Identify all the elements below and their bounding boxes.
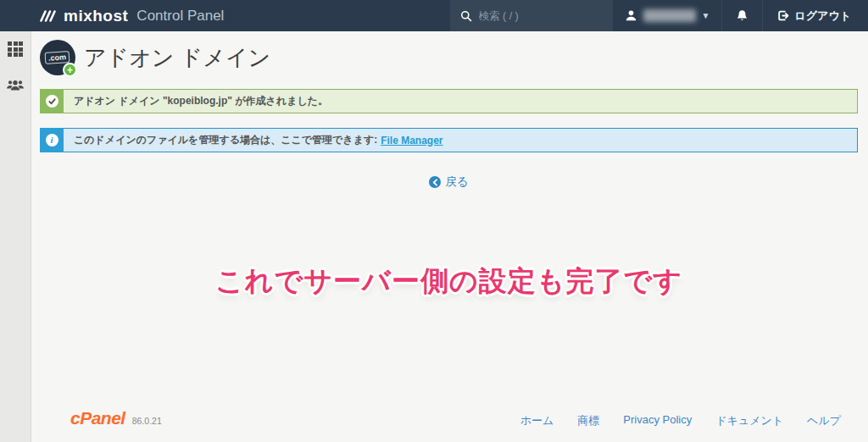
topbar-actions: ▼ ログアウト <box>450 0 868 31</box>
footer-link-help[interactable]: ヘルプ <box>807 413 841 428</box>
cpanel-logo[interactable]: cPanel <box>70 408 125 428</box>
search-icon <box>460 10 472 22</box>
success-alert: アドオン ドメイン "kopeiblog.jp" が作成されました。 <box>40 89 858 113</box>
sidebar-item-tools[interactable] <box>8 41 23 57</box>
chevron-down-icon: ▼ <box>702 11 710 20</box>
mixhost-logo-icon <box>37 8 58 25</box>
info-circle-icon: i <box>46 134 58 146</box>
user-icon <box>625 9 637 22</box>
back-row: 戻る <box>40 174 858 190</box>
cpanel-version: 86.0.21 <box>132 416 162 426</box>
grid-icon <box>8 41 23 57</box>
logout-label: ログアウト <box>794 8 851 24</box>
search-box[interactable] <box>450 0 613 31</box>
footer-link-trademark[interactable]: 商標 <box>577 413 599 428</box>
info-alert: i このドメインのファイルを管理する場合は、ここで管理できます: File Ma… <box>40 128 858 152</box>
caption-row: これでサーバー側の設定も完了です <box>40 262 858 301</box>
file-manager-link[interactable]: File Manager <box>381 135 442 146</box>
check-circle-icon <box>46 95 58 108</box>
footer-links: ホーム 商標 Privacy Policy ドキュメント ヘルプ <box>520 413 851 428</box>
sidebar-item-user-manager[interactable] <box>6 79 25 91</box>
user-menu[interactable]: ▼ <box>613 0 722 31</box>
topbar: mixhost Control Panel ▼ <box>0 0 868 31</box>
info-message: このドメインのファイルを管理する場合は、ここで管理できます: File Mana… <box>64 128 858 152</box>
info-message-text: このドメインのファイルを管理する場合は、ここで管理できます: <box>74 133 377 147</box>
footer-branding: cPanel 86.0.21 <box>70 408 162 428</box>
addon-domain-icon: .com + <box>40 40 75 75</box>
success-message-text: アドオン ドメイン "kopeiblog.jp" が作成されました。 <box>74 94 328 108</box>
success-message: アドオン ドメイン "kopeiblog.jp" が作成されました。 <box>64 89 858 113</box>
search-input[interactable] <box>479 10 589 22</box>
back-arrow-icon <box>429 176 441 188</box>
logout-button[interactable]: ログアウト <box>762 0 868 31</box>
footer-link-documentation[interactable]: ドキュメント <box>715 413 783 428</box>
sidebar <box>0 31 31 442</box>
users-icon <box>6 80 25 94</box>
back-link[interactable]: 戻る <box>429 174 468 190</box>
logout-icon <box>776 9 789 22</box>
username-redacted <box>643 9 696 22</box>
brand-logo[interactable]: mixhost Control Panel <box>0 7 224 25</box>
plus-badge-icon: + <box>63 63 77 77</box>
footer: cPanel 86.0.21 ホーム 商標 Privacy Policy ドキュ… <box>40 408 858 434</box>
info-icon-block: i <box>40 128 64 152</box>
annotation-caption: これでサーバー側の設定も完了です <box>215 262 682 301</box>
success-icon-block <box>40 89 64 113</box>
page-title: アドオン ドメイン <box>84 43 270 73</box>
page-header: .com + アドオン ドメイン <box>40 38 858 84</box>
brand-suffix: Control Panel <box>136 8 224 25</box>
notifications-button[interactable] <box>721 0 762 31</box>
footer-link-home[interactable]: ホーム <box>520 413 554 428</box>
main-content: .com + アドオン ドメイン アドオン ドメイン "kopeiblog.jp… <box>31 31 868 442</box>
brand-name: mixhost <box>64 7 128 25</box>
back-label: 戻る <box>445 174 468 190</box>
footer-link-privacy-policy[interactable]: Privacy Policy <box>623 413 692 428</box>
bell-icon <box>736 9 748 23</box>
